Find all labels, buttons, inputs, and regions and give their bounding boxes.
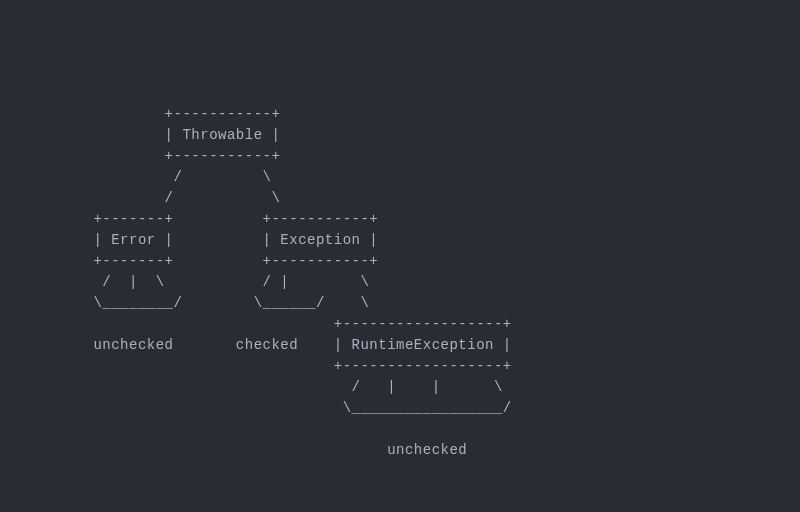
exception-hierarchy-diagram: +-----------+ | Throwable | +-----------…	[40, 104, 760, 461]
